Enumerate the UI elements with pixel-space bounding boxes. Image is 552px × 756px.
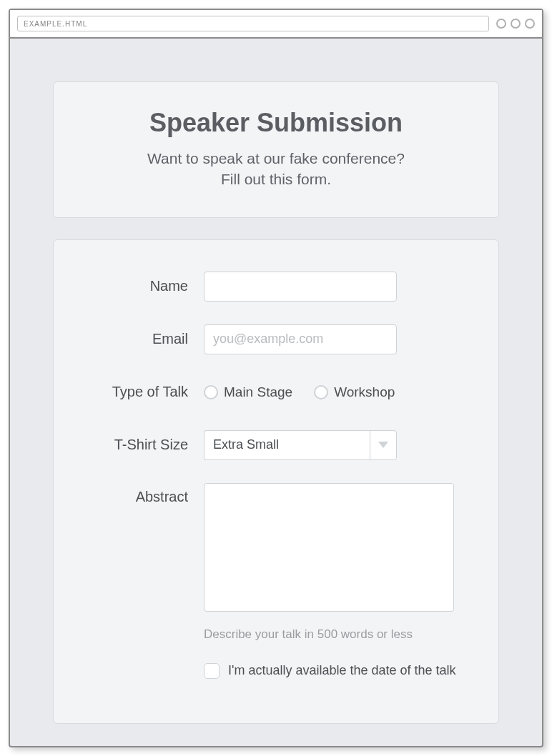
- titlebar: EXAMPLE.HTML: [10, 10, 542, 39]
- talk-type-radio-group: Main Stage Workshop: [204, 377, 463, 407]
- tshirt-row: T-Shirt Size Extra Small: [89, 430, 463, 460]
- radio-main-stage-label: Main Stage: [224, 384, 292, 400]
- radio-workshop-label: Workshop: [334, 384, 395, 400]
- window-control-max[interactable]: [511, 19, 521, 29]
- name-label: Name: [89, 278, 204, 294]
- window-control-min[interactable]: [496, 19, 506, 29]
- availability-checkbox[interactable]: [204, 663, 220, 679]
- availability-row: I'm actually available the date of the t…: [204, 663, 463, 679]
- window-control-close[interactable]: [525, 19, 535, 29]
- abstract-hint: Describe your talk in 500 words or less: [204, 627, 463, 642]
- abstract-label: Abstract: [89, 483, 204, 505]
- radio-circle-icon: [204, 385, 218, 399]
- window-controls: [496, 19, 535, 29]
- radio-circle-icon: [314, 385, 328, 399]
- page-subtitle: Want to speak at our fake conference? Fi…: [68, 148, 484, 190]
- tshirt-dropdown-button[interactable]: [370, 430, 397, 460]
- form-card: Name Email Type of Talk Main Stage: [53, 239, 499, 724]
- page-title: Speaker Submission: [68, 108, 484, 138]
- tshirt-selected-value: Extra Small: [204, 430, 370, 460]
- abstract-textarea[interactable]: [204, 483, 454, 612]
- talk-type-label: Type of Talk: [89, 384, 204, 400]
- abstract-row: Abstract Describe your talk in 500 words…: [89, 483, 463, 679]
- url-text: EXAMPLE.HTML: [24, 20, 87, 28]
- radio-workshop[interactable]: Workshop: [314, 384, 395, 400]
- availability-label: I'm actually available the date of the t…: [228, 663, 456, 678]
- tshirt-select[interactable]: Extra Small: [204, 430, 397, 460]
- chevron-down-icon: [378, 442, 388, 448]
- tshirt-label: T-Shirt Size: [89, 437, 204, 453]
- email-input[interactable]: [204, 324, 397, 354]
- name-row: Name: [89, 272, 463, 302]
- talk-type-row: Type of Talk Main Stage Workshop: [89, 377, 463, 407]
- email-row: Email: [89, 324, 463, 354]
- header-card: Speaker Submission Want to speak at our …: [53, 81, 499, 218]
- email-label: Email: [89, 331, 204, 347]
- url-bar[interactable]: EXAMPLE.HTML: [17, 16, 489, 31]
- browser-window: EXAMPLE.HTML Speaker Submission Want to …: [9, 9, 543, 747]
- radio-main-stage[interactable]: Main Stage: [204, 384, 292, 400]
- name-input[interactable]: [204, 272, 397, 302]
- page-content: Speaker Submission Want to speak at our …: [10, 39, 542, 746]
